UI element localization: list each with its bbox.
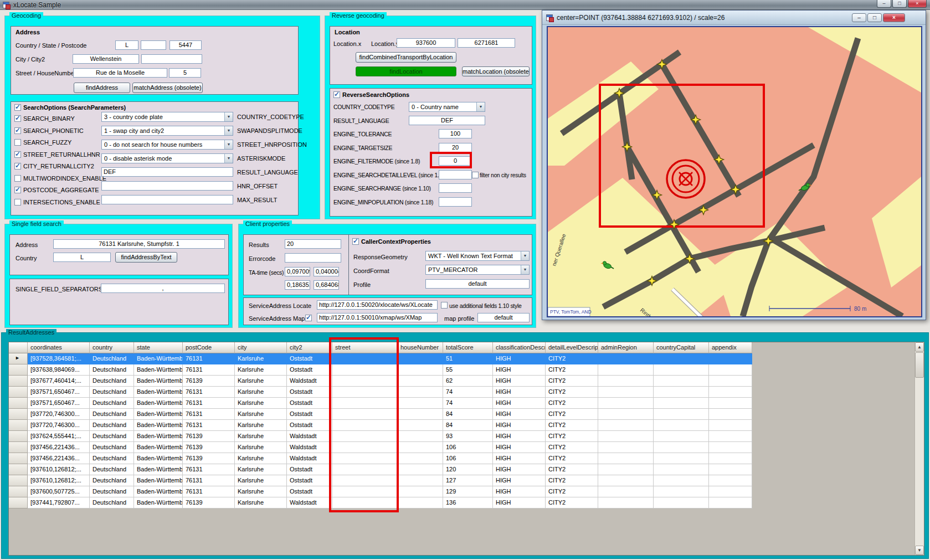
cell-country[interactable]: Deutschland xyxy=(90,453,134,464)
cell-coordinates[interactable]: [937528,364581;... xyxy=(28,353,90,364)
cell-detailLevelDescripti[interactable]: CITY2 xyxy=(546,475,598,486)
cell-houseNumber[interactable] xyxy=(398,398,443,409)
service-map-checkbox[interactable] xyxy=(305,315,312,321)
response-geometry-combo[interactable]: WKT - Well Known Text Format▼ xyxy=(425,251,530,261)
cell-appendix[interactable] xyxy=(709,497,752,508)
cell-appendix[interactable] xyxy=(709,398,752,409)
cell-postCode[interactable]: 76131 xyxy=(183,387,235,398)
row-selector[interactable] xyxy=(9,353,28,364)
column-header-country[interactable]: country xyxy=(90,342,134,353)
cell-classificationDescri[interactable]: HIGH xyxy=(493,453,546,464)
cell-appendix[interactable] xyxy=(709,376,752,387)
location-y-input[interactable]: 6271681 xyxy=(458,38,515,48)
cell-classificationDescri[interactable]: HIGH xyxy=(493,475,546,486)
cell-city2[interactable]: Oststadt xyxy=(287,475,332,486)
cell-countryCapital[interactable] xyxy=(654,376,709,387)
cell-appendix[interactable] xyxy=(709,409,752,420)
cell-adminRegion[interactable] xyxy=(598,409,654,420)
cell-city2[interactable]: Waldstadt xyxy=(287,453,332,464)
match-address-button[interactable]: matchAddress (obsolete) xyxy=(132,83,203,93)
cell-adminRegion[interactable] xyxy=(598,442,654,453)
cell-classificationDescri[interactable]: HIGH xyxy=(493,420,546,431)
cell-totalScore[interactable]: 136 xyxy=(443,497,493,508)
cell-city[interactable]: Karlsruhe xyxy=(235,431,287,442)
cell-postCode[interactable]: 76131 xyxy=(183,420,235,431)
ro-input-2[interactable]: 100 xyxy=(439,129,472,138)
cell-postCode[interactable]: 76139 xyxy=(183,376,235,387)
cell-houseNumber[interactable] xyxy=(398,464,443,475)
cell-state[interactable]: Baden-Württemb... xyxy=(134,420,183,431)
cell-city[interactable]: Karlsruhe xyxy=(235,376,287,387)
cell-detailLevelDescripti[interactable]: CITY2 xyxy=(546,398,598,409)
checkbox-search_binary[interactable] xyxy=(14,115,21,122)
column-header-state[interactable]: state xyxy=(134,342,183,353)
cell-city2[interactable]: Oststadt xyxy=(287,409,332,420)
checkbox-search_phonetic[interactable] xyxy=(14,127,21,134)
row-selector[interactable] xyxy=(9,486,28,497)
chevron-down-icon[interactable]: ▼ xyxy=(476,102,485,111)
combo-asteriskmode[interactable]: 0 - disable asterisk mode▼ xyxy=(101,153,233,163)
cell-coordinates[interactable]: [937456,221436... xyxy=(28,453,90,464)
cell-state[interactable]: Baden-Württemb... xyxy=(134,409,183,420)
row-selector[interactable] xyxy=(9,420,28,431)
location-x-input[interactable]: 937600 xyxy=(397,38,455,48)
cell-postCode[interactable]: 76131 xyxy=(183,486,235,497)
chevron-down-icon[interactable]: ▼ xyxy=(521,251,529,260)
cell-countryCapital[interactable] xyxy=(654,453,709,464)
scroll-down-icon[interactable]: ▼ xyxy=(915,546,924,555)
profile-input[interactable]: default xyxy=(425,279,530,289)
map-window-title-bar[interactable]: center=POINT (937641.38884 6271693.9102)… xyxy=(542,11,926,25)
input-hnr_offset[interactable] xyxy=(101,181,233,191)
row-selector[interactable] xyxy=(9,387,28,398)
row-selector[interactable] xyxy=(9,398,28,409)
cell-state[interactable]: Baden-Württemb... xyxy=(134,364,183,376)
city2-input[interactable] xyxy=(141,54,202,64)
cell-postCode[interactable]: 76139 xyxy=(183,453,235,464)
cell-countryCapital[interactable] xyxy=(654,387,709,398)
cell-totalScore[interactable]: 84 xyxy=(443,409,493,420)
find-location-button[interactable]: findLocation xyxy=(356,66,456,76)
cell-houseNumber[interactable] xyxy=(398,431,443,442)
search-options-checkbox[interactable] xyxy=(14,104,21,111)
cell-totalScore[interactable]: 120 xyxy=(443,464,493,475)
cell-adminRegion[interactable] xyxy=(598,376,654,387)
cell-country[interactable]: Deutschland xyxy=(90,409,134,420)
cell-detailLevelDescripti[interactable]: CITY2 xyxy=(546,420,598,431)
cell-totalScore[interactable]: 84 xyxy=(443,420,493,431)
cell-detailLevelDescripti[interactable]: CITY2 xyxy=(546,364,598,376)
cell-houseNumber[interactable] xyxy=(398,376,443,387)
cell-coordinates[interactable]: [937720,746300... xyxy=(28,420,90,431)
cell-appendix[interactable] xyxy=(709,453,752,464)
column-header-postCode[interactable]: postCode xyxy=(183,342,235,353)
column-header-appendix[interactable]: appendix xyxy=(709,342,752,353)
cell-coordinates[interactable]: [937441,792807... xyxy=(28,497,90,508)
cell-houseNumber[interactable] xyxy=(398,453,443,464)
cell-adminRegion[interactable] xyxy=(598,453,654,464)
checkbox-search_fuzzy[interactable] xyxy=(14,139,21,146)
cell-coordinates[interactable]: [937610,126812;... xyxy=(28,475,90,486)
cell-postCode[interactable]: 76131 xyxy=(183,464,235,475)
cell-totalScore[interactable]: 74 xyxy=(443,387,493,398)
row-selector[interactable] xyxy=(9,442,28,453)
row-selector[interactable] xyxy=(9,497,28,508)
checkbox-multiwordindex_enable[interactable] xyxy=(14,175,21,182)
cell-country[interactable]: Deutschland xyxy=(90,387,134,398)
cell-city[interactable]: Karlsruhe xyxy=(235,464,287,475)
cell-houseNumber[interactable] xyxy=(398,420,443,431)
cell-totalScore[interactable]: 106 xyxy=(443,442,493,453)
cell-coordinates[interactable]: [937571,650467... xyxy=(28,398,90,409)
column-header-totalScore[interactable]: totalScore xyxy=(443,342,493,353)
cell-coordinates[interactable]: [937624,555441;... xyxy=(28,431,90,442)
main-title-bar[interactable]: xLocate Sample – □ × xyxy=(0,0,930,10)
row-selector[interactable] xyxy=(9,475,28,486)
cell-city[interactable]: Karlsruhe xyxy=(235,353,287,364)
filter-non-city-checkbox[interactable] xyxy=(472,172,479,178)
cell-classificationDescri[interactable]: HIGH xyxy=(493,353,546,364)
cell-totalScore[interactable]: 51 xyxy=(443,353,493,364)
cell-city[interactable]: Karlsruhe xyxy=(235,409,287,420)
map-window[interactable]: center=POINT (937641.38884 6271693.9102)… xyxy=(542,10,926,320)
cell-countryCapital[interactable] xyxy=(654,420,709,431)
cell-coordinates[interactable]: [937677,460414;... xyxy=(28,376,90,387)
cell-classificationDescri[interactable]: HIGH xyxy=(493,431,546,442)
scroll-up-icon[interactable]: ▲ xyxy=(915,342,924,352)
